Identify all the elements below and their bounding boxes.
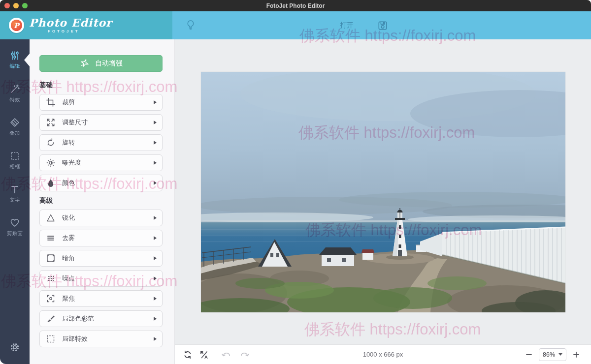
photo-lighthouse[interactable] xyxy=(201,72,565,312)
settings-gear-icon[interactable] xyxy=(9,341,21,355)
sidebar-item-frame[interactable]: 相框 xyxy=(0,151,30,170)
tool-label: 噪点 xyxy=(62,274,75,283)
tool-label: 裁剪 xyxy=(62,98,75,107)
open-button[interactable]: 打开 xyxy=(340,21,354,30)
canvas-area xyxy=(175,39,591,344)
sidebar-item-label: 相框 xyxy=(10,163,20,170)
statusbar: B A xyxy=(175,344,591,364)
sidebar: 编辑 特效 叠加 相框 xyxy=(0,39,30,364)
tool-local-color-brush[interactable]: 局部色彩笔 xyxy=(39,310,163,327)
sidebar-item-clipart[interactable]: 剪贴画 xyxy=(0,217,30,237)
chevron-right-icon xyxy=(154,141,157,145)
sidebar-item-label: 文字 xyxy=(10,197,20,204)
dehaze-icon xyxy=(46,233,56,243)
sidebar-item-label: 特效 xyxy=(10,96,20,103)
chevron-right-icon xyxy=(154,216,157,220)
tool-color[interactable]: 颜色 xyxy=(39,175,163,191)
edit-panel: 自动增强 基础 裁剪 调整尺寸 xyxy=(30,39,175,364)
heart-icon xyxy=(9,217,20,228)
tool-label: 曝光度 xyxy=(62,158,81,167)
header: P Photo Editor FOTOJET 打开 xyxy=(0,11,591,39)
image-dimensions: 1000 x 666 px xyxy=(175,351,591,358)
sliders-icon xyxy=(9,50,20,61)
sidebar-item-label: 剪贴画 xyxy=(7,230,23,237)
chevron-right-icon xyxy=(154,121,157,124)
chevron-right-icon xyxy=(154,181,157,185)
tool-label: 锐化 xyxy=(62,213,75,222)
exposure-icon xyxy=(46,158,56,168)
auto-enhance-label: 自动增强 xyxy=(95,59,123,68)
frame-icon xyxy=(9,151,20,161)
resize-icon xyxy=(46,118,56,127)
tool-exposure[interactable]: 曝光度 xyxy=(39,154,163,171)
tool-label: 局部特效 xyxy=(62,334,88,343)
brush-icon xyxy=(46,314,56,324)
tool-sharpen[interactable]: 锐化 xyxy=(39,210,163,226)
overlay-icon xyxy=(9,117,20,128)
focus-icon xyxy=(46,294,56,303)
tool-resize[interactable]: 调整尺寸 xyxy=(39,114,163,131)
brand-subname: FOTOJET xyxy=(48,30,112,33)
titlebar: FotoJet Photo Editor xyxy=(0,0,591,11)
sidebar-item-effects[interactable]: 特效 xyxy=(0,84,30,103)
color-droplet-icon xyxy=(46,178,56,188)
chevron-right-icon xyxy=(154,337,157,341)
sidebar-item-edit[interactable]: 编辑 xyxy=(0,50,30,70)
tool-dehaze[interactable]: 去雾 xyxy=(39,230,163,246)
chevron-right-icon xyxy=(154,317,157,321)
brand-text: Photo Editor FOTOJET xyxy=(29,17,112,33)
app-window: FotoJet Photo Editor P Photo Editor FOTO… xyxy=(0,0,591,364)
photo-sky xyxy=(201,72,565,224)
tool-label: 聚焦 xyxy=(62,294,75,303)
tool-rotate[interactable]: 旋转 xyxy=(39,134,163,151)
brand-area: P Photo Editor FOTOJET xyxy=(0,11,172,39)
sidebar-item-overlay[interactable]: 叠加 xyxy=(0,117,30,137)
tool-label: 暗角 xyxy=(62,254,75,263)
chevron-right-icon xyxy=(154,161,157,165)
tool-label: 局部色彩笔 xyxy=(62,314,94,323)
app-logo-icon: P xyxy=(9,18,24,33)
sidebar-item-text[interactable]: 文字 xyxy=(0,184,30,204)
tool-noise[interactable]: 噪点 xyxy=(39,270,163,287)
text-icon xyxy=(9,184,20,195)
crop-icon xyxy=(46,97,56,107)
logo-monogram: P xyxy=(11,20,22,31)
chevron-right-icon xyxy=(154,256,157,260)
window-title: FotoJet Photo Editor xyxy=(0,2,591,9)
tool-vignette[interactable]: 暗角 xyxy=(39,250,163,267)
tool-label: 颜色 xyxy=(62,179,75,187)
main-area: 编辑 特效 叠加 相框 xyxy=(0,39,591,364)
auto-enhance-button[interactable]: 自动增强 xyxy=(39,55,163,72)
noise-icon xyxy=(46,273,56,283)
tool-label: 旋转 xyxy=(62,138,75,147)
chevron-right-icon xyxy=(154,100,157,104)
sidebar-item-label: 叠加 xyxy=(10,130,20,137)
local-fx-icon xyxy=(46,334,56,344)
sidebar-item-label: 编辑 xyxy=(10,63,20,70)
chevron-right-icon xyxy=(154,236,157,240)
chevron-right-icon xyxy=(154,276,157,280)
top-toolbar: 打开 xyxy=(172,11,591,39)
canvas-column: B A xyxy=(175,39,591,364)
tool-local-effects[interactable]: 局部特效 xyxy=(39,331,163,347)
tool-crop[interactable]: 裁剪 xyxy=(39,94,163,111)
save-icon[interactable] xyxy=(377,20,388,31)
tips-bulb-icon[interactable] xyxy=(185,19,196,32)
tool-label: 调整尺寸 xyxy=(62,118,88,127)
tool-label: 去雾 xyxy=(62,234,75,243)
sharpen-icon xyxy=(46,213,56,223)
chevron-right-icon xyxy=(154,297,157,301)
section-title-advanced: 高级 xyxy=(39,196,174,205)
brand-name: Photo Editor xyxy=(29,17,112,28)
sparkle-star-icon xyxy=(79,58,90,69)
vignette-icon xyxy=(46,253,56,263)
toolbar-actions: 打开 xyxy=(340,11,388,39)
tool-focus[interactable]: 聚焦 xyxy=(39,290,163,307)
section-title-basic: 基础 xyxy=(39,81,174,90)
magic-wand-icon xyxy=(9,84,20,94)
rotate-icon xyxy=(46,138,56,148)
